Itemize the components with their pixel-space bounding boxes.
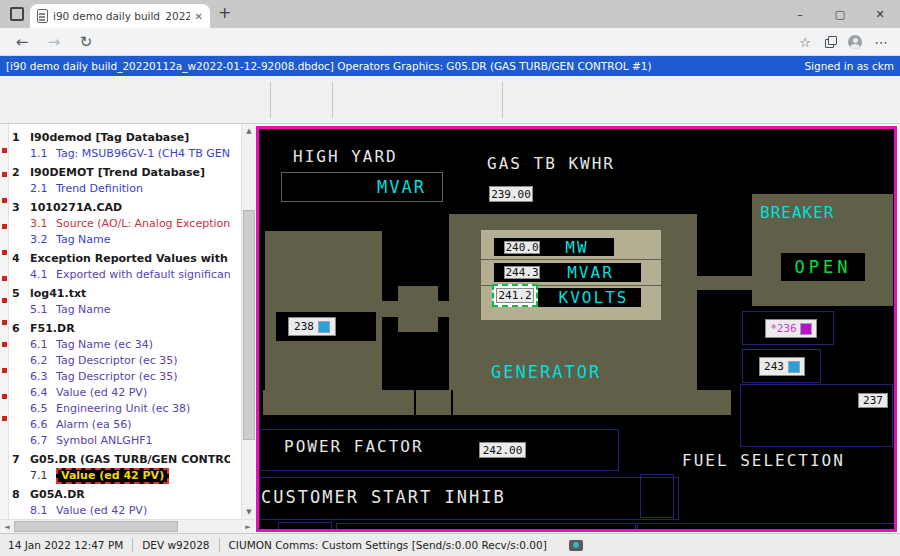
tree-item-4[interactable]: 4Exception Reported Values with Signific… [12, 251, 230, 267]
window-icon [10, 7, 24, 21]
power-factor-label: POWER FACTOR [284, 437, 424, 456]
high-yard-mvar-unit: MVAR [377, 177, 426, 197]
high-yard-mvar-box[interactable]: MVAR [281, 172, 443, 202]
partial-box-2 [336, 523, 636, 532]
tree-list: 1I90demod [Tag Database]1.1Tag: MSUB96GV… [12, 130, 230, 518]
close-button[interactable]: ✕ [860, 0, 900, 28]
kvolts-value[interactable]: 241.2 [496, 288, 534, 303]
back-button[interactable]: ← [10, 32, 34, 52]
mw-label: MW [540, 238, 614, 257]
square-243-icon [788, 361, 800, 373]
tree-item-1.1[interactable]: 1.1Tag: MSUB96GV-1 (CH4 TB GEN VOLT [12, 146, 230, 162]
refresh-button[interactable]: ↻ [74, 32, 98, 52]
scroll-down-arrow[interactable]: ▼ [242, 505, 256, 519]
vertical-scroll-thumb[interactable] [243, 210, 255, 440]
kvolts-selected-highlight[interactable]: 241.2 [492, 284, 538, 307]
tree-item-5.1[interactable]: 5.1Tag Name [12, 302, 230, 318]
mvar-label: MVAR [540, 263, 641, 282]
status-datetime: 14 Jan 2022 12:47 PM [8, 539, 123, 551]
mvar-value[interactable]: 244.3 [504, 266, 540, 279]
status-environment: DEV w92028 [142, 539, 209, 551]
customer-label: CUSTOMER START INHIB [261, 487, 506, 507]
generator-label: GENERATOR [491, 362, 601, 382]
browser-tab[interactable]: i90 demo daily build_20220112a ✕ [30, 4, 210, 28]
tree-item-5[interactable]: 5log41.txt [12, 286, 230, 302]
aux-238-value[interactable]: 238 [288, 317, 336, 336]
aux-238-text: 238 [294, 320, 314, 333]
partial-box-4 [640, 474, 674, 518]
sidebar-vertical-scrollbar[interactable]: ▲ ▼ [241, 124, 255, 519]
tree-item-8.1[interactable]: 8.1Value (ed 42 PV) [12, 503, 230, 518]
gas-tb-label: GAS TB KWHR [487, 154, 615, 173]
breaker-state-box[interactable]: OPEN [781, 253, 865, 281]
aux-238-strip: 238 [276, 312, 376, 341]
mw-value[interactable]: 240.0 [504, 241, 540, 254]
tree-item-6.7[interactable]: 6.7Symbol ANLGHF1 [12, 433, 230, 449]
tree-item-7[interactable]: 7G05.DR (GAS TURB/GEN CONTROL #1) [12, 452, 230, 468]
tree-item-6.3[interactable]: 6.3Tag Descriptor (ec 35) [12, 369, 230, 385]
tree-item-7.1[interactable]: 7.1Value (ed 42 PV) [12, 468, 230, 484]
sidebar-horizontal-scrollbar[interactable]: ◄ ► [0, 519, 255, 533]
settings-ellipsis-icon[interactable]: ⋯ [870, 33, 892, 51]
tree-item-3[interactable]: 31010271A.CAD [12, 200, 230, 216]
gas-tb-value[interactable]: 239.00 [489, 186, 533, 202]
tree-item-6[interactable]: 6F51.DR [12, 321, 230, 337]
tree-item-6.2[interactable]: 6.2Tag Descriptor (ec 35) [12, 353, 230, 369]
maximize-button[interactable]: ▢ [820, 0, 860, 28]
value-236: *236 [770, 322, 797, 335]
value-243: 243 [764, 360, 784, 373]
operator-graphic-canvas[interactable]: HIGH YARD MVAR GAS TB KWHR 239.00 240.0 … [256, 126, 897, 532]
tree-item-4.1[interactable]: 4.1Exported with default significance of [12, 267, 230, 283]
horizontal-scroll-thumb[interactable] [14, 521, 178, 532]
scroll-up-arrow[interactable]: ▲ [242, 124, 256, 138]
tab-close-icon[interactable]: ✕ [195, 11, 203, 22]
foundation-strip [263, 390, 731, 415]
box-243[interactable]: 243 [742, 349, 821, 383]
shaft-right [697, 276, 758, 290]
window-titlebar: i90 demo daily build_20220112a ✕ + – ▢ ✕ [0, 0, 900, 28]
document-title: [i90 demo daily build_20220112a_w2022-01… [6, 60, 652, 72]
minimize-button[interactable]: – [780, 0, 820, 28]
value-237: 237 [858, 393, 888, 408]
collections-icon[interactable] [820, 33, 842, 51]
high-yard-label: HIGH YARD [293, 147, 398, 166]
profile-avatar[interactable] [844, 33, 866, 51]
meter-row-mw: 240.0 MW [494, 238, 614, 256]
power-factor-value[interactable]: 242.00 [479, 442, 526, 458]
tree-item-6.4[interactable]: 6.4Value (ed 42 PV) [12, 385, 230, 401]
meter-row-mvar: 244.3 MVAR [494, 263, 641, 282]
toc-sidebar: 1I90demod [Tag Database]1.1Tag: MSUB96GV… [0, 124, 255, 533]
box-236[interactable]: *236 [742, 311, 834, 345]
highyard-block [265, 231, 382, 390]
forward-button[interactable]: → [42, 32, 66, 52]
box-237[interactable]: 237 [740, 384, 893, 447]
tree-item-3.2[interactable]: 3.2Tag Name [12, 232, 230, 248]
tree-item-8[interactable]: 8G05A.DR [12, 487, 230, 503]
app-toolbar: L L [0, 76, 900, 124]
scroll-left-arrow[interactable]: ◄ [0, 520, 14, 534]
partial-box-3 [637, 523, 895, 532]
tree-item-2.1[interactable]: 2.1Trend Definition [12, 181, 230, 197]
square-236-icon [800, 323, 812, 335]
aux-238-square-icon [318, 321, 330, 333]
shaft-coupling [398, 286, 438, 332]
tree-item-6.5[interactable]: 6.5Engineering Unit (ec 38) [12, 401, 230, 417]
tree-item-2[interactable]: 2I90DEMOT [Trend Database] [12, 165, 230, 181]
status-bar: 14 Jan 2022 12:47 PM DEV w92028 CIUMON C… [0, 533, 900, 556]
breaker-label: BREAKER [760, 203, 834, 222]
fuel-selection-label: FUEL SELECTION [682, 451, 845, 470]
partial-box-1 [278, 522, 332, 532]
new-tab-button[interactable]: + [218, 3, 231, 22]
status-comms: CIUMON Comms: Custom Settings [Send/s:0.… [229, 539, 547, 551]
kvolts-label: KVOLTS [546, 288, 641, 307]
breaker-state: OPEN [795, 257, 852, 277]
annotation-strip [0, 124, 9, 519]
signed-in-status: Signed in as ckm [804, 60, 894, 72]
page-favicon [37, 9, 48, 23]
scroll-right-arrow[interactable]: ► [241, 520, 255, 534]
tree-item-1[interactable]: 1I90demod [Tag Database] [12, 130, 230, 146]
tree-item-6.1[interactable]: 6.1Tag Name (ec 34) [12, 337, 230, 353]
tree-item-3.1[interactable]: 3.1Source (AO/L: Analog Exception Repo [12, 216, 230, 232]
tree-item-6.6[interactable]: 6.6Alarm (ea 56) [12, 417, 230, 433]
favorites-bar-icon[interactable]: ☆ [794, 33, 816, 51]
